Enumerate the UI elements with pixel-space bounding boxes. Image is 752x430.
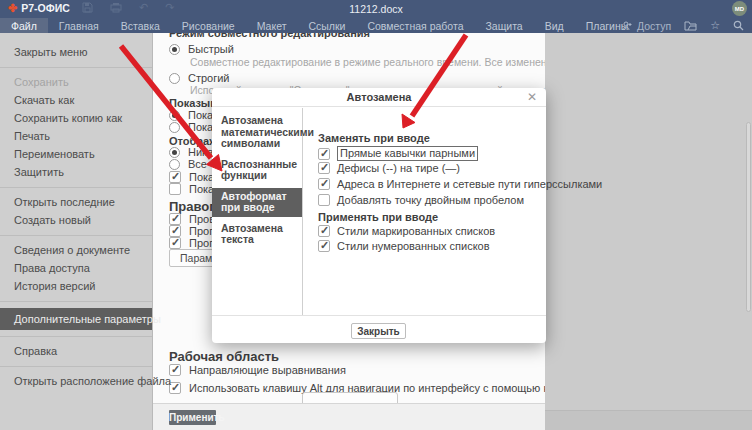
tab-protection[interactable]: Защита [474, 18, 533, 33]
radio-strict-label: Строгий [188, 72, 230, 84]
radio-label: Все [188, 158, 207, 170]
access-label: Доступ [637, 20, 671, 32]
checkbox-hyperlinks[interactable]: Адреса в Интернете и сетевые пути гиперс… [318, 178, 602, 190]
file-menu-sidebar: Закрыть меню Сохранить Скачать как Сохра… [0, 33, 153, 430]
tab-insert[interactable]: Вставка [110, 18, 171, 33]
checkbox-icon [169, 183, 181, 195]
checkbox-bulleted-lists[interactable]: Стили маркированных списков [318, 225, 495, 237]
checkbox-label: Добавлять точку двойным пробелом [337, 194, 524, 206]
dialog-tab-math-autocorrect[interactable]: Автозамена математическими символами [212, 112, 302, 153]
sidebar-item-download-as[interactable]: Скачать как [0, 92, 152, 109]
divider [0, 67, 152, 68]
dialog-title: Автозамена [212, 88, 546, 107]
radio-strict[interactable]: Строгий [169, 72, 230, 84]
sidebar-item-create-new[interactable]: Создать новый [0, 212, 152, 229]
checkbox-icon [318, 178, 330, 190]
dialog-tab-content: Заменять при вводе Прямые кавычки парным… [304, 108, 546, 315]
radio-icon [169, 122, 180, 133]
checkbox-label: Направляющие выравнивания [189, 364, 346, 376]
open-location-icon[interactable] [684, 21, 697, 31]
tab-draw[interactable]: Рисование [171, 18, 246, 33]
checkbox-icon [318, 162, 330, 174]
divider [0, 366, 152, 367]
radio-fast-label: Быстрый [188, 43, 234, 55]
checkbox-icon [318, 194, 330, 206]
highlighted-checkbox-label: Прямые кавычки парными [337, 146, 478, 161]
vertical-scrollbar[interactable] [746, 122, 751, 312]
replace-as-you-type-heading: Заменять при вводе [318, 132, 430, 144]
sidebar-item-open-recent[interactable]: Открыть последние [0, 194, 152, 211]
radio-fast[interactable]: Быстрый [169, 43, 234, 55]
checkbox-label: Стили нумерованных списков [337, 240, 490, 252]
backdrop-footer [545, 411, 752, 430]
checkbox-icon [318, 225, 330, 237]
checkbox-smart-quotes[interactable]: Прямые кавычки парными [318, 146, 478, 161]
ribbon-tab-bar: Файл Главная Вставка Рисование Макет Ссы… [0, 18, 752, 33]
dialog-tab-recognized-functions[interactable]: Распознанные функции [212, 156, 302, 185]
checkbox-icon [169, 171, 181, 183]
divider [0, 301, 152, 302]
divider [0, 235, 152, 236]
tab-layout[interactable]: Макет [246, 18, 298, 33]
sidebar-item-save: Сохранить [0, 74, 152, 91]
radio-icon [169, 147, 180, 158]
checkbox-icon [318, 240, 330, 252]
fast-description: Совместное редактирование в режиме реаль… [190, 56, 545, 68]
sidebar-item-rename[interactable]: Переименовать [0, 146, 152, 163]
favorite-star-icon[interactable]: ☆ [710, 19, 720, 32]
divider [0, 336, 152, 337]
dialog-tab-text-autocorrect[interactable]: Автозамена текста [212, 220, 302, 249]
tab-references[interactable]: Ссылки [297, 18, 356, 33]
sidebar-item-document-info[interactable]: Сведения о документе [0, 242, 152, 259]
share-access-button[interactable]: Доступ [622, 20, 671, 32]
radio-icon [169, 159, 180, 170]
checkbox-label: Дефисы (--) на тире (—) [337, 162, 460, 174]
people-icon [622, 21, 633, 31]
close-icon[interactable]: ✕ [527, 90, 537, 104]
sidebar-item-access-rights[interactable]: Права доступа [0, 260, 152, 277]
workspace-heading: Рабочая область [169, 349, 279, 364]
window-titlebar: ✤ Р7-ОФИС ↶ ↷ 11212.docx MD [0, 0, 752, 18]
tab-view[interactable]: Вид [534, 18, 575, 33]
sidebar-item-protect[interactable]: Защитить [0, 164, 152, 181]
checkbox-icon [169, 237, 181, 249]
sidebar-item-advanced-settings[interactable]: Дополнительные параметры [0, 308, 152, 330]
checkbox-label: Адреса в Интернете и сетевые пути гиперс… [337, 178, 602, 190]
checkbox-label: Стили маркированных списков [337, 225, 495, 237]
checkbox-icon [318, 148, 330, 160]
dialog-titlebar[interactable]: Автозамена ✕ [212, 88, 546, 107]
radio-icon [169, 73, 180, 84]
autocorrect-dialog: Автозамена ✕ Автозамена математическими … [212, 88, 546, 343]
tab-collaboration[interactable]: Совместная работа [356, 18, 474, 33]
settings-footer: Применить [153, 403, 545, 430]
avatar-initials: MD [735, 6, 744, 12]
checkbox-double-space-period[interactable]: Добавлять точку двойным пробелом [318, 194, 524, 206]
sidebar-item-print[interactable]: Печать [0, 128, 152, 145]
close-button[interactable]: Закрыть [351, 323, 406, 339]
partially-hidden-control [302, 392, 398, 403]
radio-changes-all[interactable]: Все [169, 158, 207, 170]
sidebar-item-help[interactable]: Справка [0, 343, 152, 360]
radio-icon [169, 44, 180, 55]
sidebar-item-close-menu[interactable]: Закрыть меню [0, 44, 152, 61]
dialog-tab-autoformat-as-you-type[interactable]: Автоформат при вводе [212, 188, 302, 217]
dialog-footer: Закрыть [212, 315, 546, 343]
checkbox-numbered-lists[interactable]: Стили нумерованных списков [318, 240, 490, 252]
checkbox-alignment-guides[interactable]: Направляющие выравнивания [169, 364, 346, 376]
sidebar-item-version-history[interactable]: История версий [0, 278, 152, 295]
radio-icon [169, 110, 180, 121]
document-title: 11212.docx [0, 3, 752, 15]
dialog-tab-list: Автозамена математическими символами Рас… [212, 108, 303, 315]
tab-home[interactable]: Главная [48, 18, 110, 33]
divider [0, 187, 152, 188]
sidebar-item-open-file-location[interactable]: Открыть расположение файла [0, 373, 152, 390]
search-icon[interactable] [733, 20, 744, 31]
tab-file[interactable]: Файл [0, 18, 48, 33]
apply-as-you-type-heading: Применять при вводе [318, 211, 438, 223]
sidebar-item-save-copy-as[interactable]: Сохранить копию как [0, 110, 152, 127]
avatar[interactable]: MD [732, 1, 747, 16]
coedit-heading: Режим совместного редактирования [169, 33, 370, 39]
checkbox-hyphens-to-dash[interactable]: Дефисы (--) на тире (—) [318, 162, 460, 174]
apply-button[interactable]: Применить [169, 410, 216, 425]
